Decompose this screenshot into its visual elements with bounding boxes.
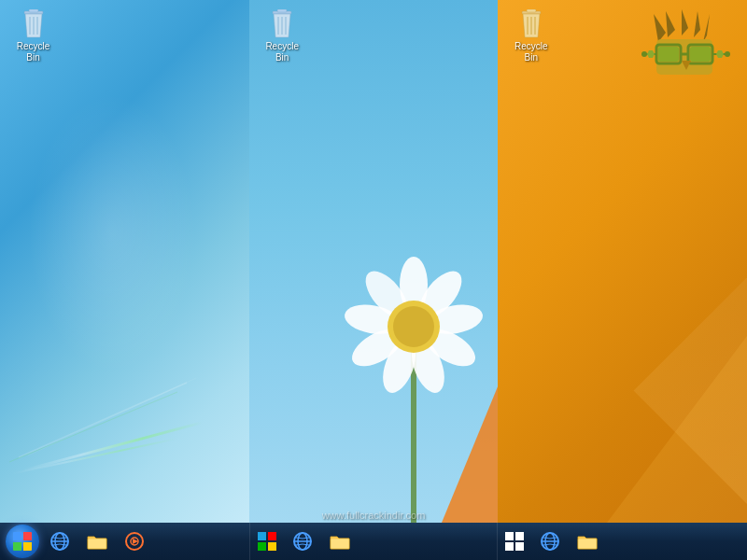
svg-rect-60 bbox=[268, 542, 276, 551]
svg-marker-20 bbox=[442, 364, 498, 523]
svg-marker-26 bbox=[654, 14, 666, 42]
win7-streaks bbox=[0, 355, 215, 467]
taskbar bbox=[0, 523, 747, 560]
svg-rect-35 bbox=[690, 47, 711, 62]
ie-icon-win8 bbox=[292, 531, 313, 552]
svg-point-39 bbox=[641, 51, 647, 57]
screen1-desktop: Recycle Bin bbox=[0, 0, 249, 523]
screen3-logo bbox=[640, 9, 733, 84]
svg-point-41 bbox=[725, 51, 730, 57]
svg-rect-45 bbox=[527, 9, 536, 12]
svg-point-19 bbox=[393, 306, 434, 347]
folder-button-win81[interactable] bbox=[570, 525, 605, 558]
ie-button-win7[interactable] bbox=[42, 525, 78, 558]
start-button-win7[interactable] bbox=[6, 525, 39, 558]
screen3-desktop: Recycle Bin bbox=[498, 0, 747, 523]
svg-rect-34 bbox=[658, 47, 679, 62]
screen2-desktop: Recycle Bin bbox=[249, 0, 499, 523]
recycle-bin-image-2 bbox=[267, 9, 297, 39]
svg-line-2 bbox=[28, 378, 196, 455]
svg-marker-30 bbox=[703, 14, 710, 42]
recycle-bin-label-2: Recycle Bin bbox=[259, 41, 306, 63]
svg-rect-22 bbox=[277, 9, 287, 12]
win81-logo bbox=[505, 532, 524, 551]
taskbar-section-win8 bbox=[250, 523, 497, 560]
ie-button-win81[interactable] bbox=[532, 525, 568, 558]
windows-logo-win7 bbox=[13, 532, 32, 551]
folder-icon-win81 bbox=[577, 533, 598, 550]
ie-icon-win7 bbox=[49, 531, 70, 552]
svg-rect-57 bbox=[258, 532, 266, 540]
win8-logo bbox=[257, 531, 277, 552]
svg-rect-66 bbox=[515, 532, 524, 540]
start-button-win81[interactable] bbox=[500, 526, 529, 556]
svg-rect-53 bbox=[88, 539, 106, 549]
svg-marker-49 bbox=[607, 336, 747, 523]
recycle-bin-label-3: Recycle Bin bbox=[507, 41, 555, 63]
win-logo-tl bbox=[13, 532, 21, 540]
recycle-bin-icon-screen1[interactable]: Recycle Bin bbox=[7, 7, 59, 65]
taskbar-section-win81 bbox=[498, 523, 743, 560]
screens-area: Recycle Bin bbox=[0, 0, 747, 523]
svg-marker-27 bbox=[666, 11, 675, 37]
desktop-container: Recycle Bin bbox=[0, 0, 747, 560]
media-icon-win7 bbox=[124, 531, 145, 552]
folder-icon-win8 bbox=[330, 533, 350, 550]
ie-button-win8[interactable] bbox=[285, 525, 320, 558]
svg-rect-64 bbox=[331, 539, 349, 549]
recycle-bin-icon-screen3[interactable]: Recycle Bin bbox=[505, 7, 557, 65]
recycle-bin-image-1 bbox=[19, 9, 49, 39]
win-logo-br bbox=[23, 542, 32, 551]
screen1-glow bbox=[28, 93, 196, 373]
svg-rect-68 bbox=[515, 542, 524, 551]
svg-marker-29 bbox=[694, 11, 700, 37]
win-logo-bl bbox=[13, 542, 21, 551]
svg-rect-65 bbox=[505, 532, 514, 540]
taskbar-section-win7 bbox=[4, 523, 250, 560]
recycle-bin-label-1: Recycle Bin bbox=[9, 41, 57, 63]
flower-decoration bbox=[320, 224, 498, 523]
svg-rect-59 bbox=[258, 542, 266, 551]
svg-marker-43 bbox=[716, 50, 724, 58]
win-logo-tr bbox=[23, 532, 32, 540]
svg-rect-67 bbox=[505, 542, 514, 551]
orange-decoration bbox=[607, 336, 747, 523]
svg-rect-4 bbox=[29, 9, 38, 12]
svg-rect-72 bbox=[578, 539, 597, 549]
svg-marker-28 bbox=[682, 9, 688, 35]
recycle-bin-icon-screen2[interactable]: Recycle Bin bbox=[257, 7, 308, 65]
svg-line-1 bbox=[9, 392, 177, 462]
media-button-win7[interactable] bbox=[117, 525, 152, 558]
folder-button-win7[interactable] bbox=[79, 525, 115, 558]
folder-button-win8[interactable] bbox=[322, 525, 358, 558]
folder-icon-win7 bbox=[87, 533, 107, 550]
start-button-win8[interactable] bbox=[252, 526, 282, 556]
recycle-bin-image-3 bbox=[516, 9, 546, 39]
svg-rect-58 bbox=[268, 532, 276, 540]
ie-icon-win81 bbox=[540, 531, 560, 552]
svg-marker-42 bbox=[647, 50, 655, 58]
